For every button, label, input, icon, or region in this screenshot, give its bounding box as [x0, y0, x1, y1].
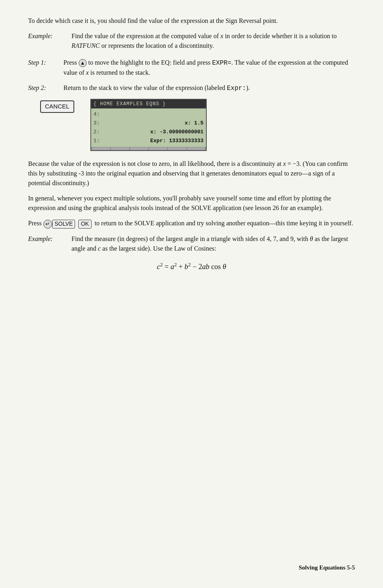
calc-row-1: 1: Expr: 13333333333: [94, 137, 204, 145]
example2-content: Find the measure (in degrees) of the lar…: [71, 234, 355, 253]
row2-num: 2:: [94, 128, 101, 137]
cancel-region: CANCEL { HOME EXAMPLES EQNS } 4: 3: x: 1…: [40, 99, 355, 151]
calc-menu-bar: { HOME EXAMPLES EQNS }: [91, 100, 206, 108]
page-content: To decide which case it is, you should f…: [28, 16, 355, 272]
calc-row-4: 4:: [94, 110, 204, 119]
example2-label: Example:: [28, 234, 64, 253]
calc-row-2: 2: x: -3.00000000001: [94, 128, 204, 137]
row3-val: x: 1.5: [101, 119, 204, 128]
press-solve-paragraph: Press ↵SOLVE OK to return to the SOLVE a…: [28, 218, 355, 228]
expr-key: EXPR=: [212, 59, 231, 67]
softkey-4[interactable]: [149, 147, 167, 150]
cancel-button-area[interactable]: CANCEL: [40, 99, 74, 113]
calc-row-3: 3: x: 1.5: [94, 119, 204, 128]
example-label: Example:: [28, 31, 64, 51]
calc-body: 4: 3: x: 1.5 2: x: -3.00000000001 1: Exp…: [91, 108, 206, 147]
calc-menu-text: { HOME EXAMPLES EQNS }: [94, 100, 166, 108]
row4-num: 4:: [94, 110, 101, 119]
calc-softkeys: [91, 147, 206, 150]
example-content-1: Find the value of the expression at the …: [71, 31, 355, 51]
example-block-2: Example: Find the measure (in degrees) o…: [28, 234, 355, 253]
up-arrow-key[interactable]: ▲: [79, 59, 87, 67]
intro-paragraph: To decide which case it is, you should f…: [28, 16, 355, 26]
formula-block: c2 = a2 + b2 − 2ab cos θ: [28, 261, 355, 272]
softkey-2[interactable]: [111, 147, 129, 150]
step2-content: Return to the stack to view the value of…: [63, 83, 355, 93]
row4-val: [101, 110, 204, 119]
discontinuity-paragraph: Because the value of the expression is n…: [28, 159, 355, 188]
softkey-1[interactable]: [92, 147, 110, 150]
step1-block: Step 1: Press ▲ to move the highlight to…: [28, 58, 355, 78]
return-key[interactable]: ↵: [43, 220, 52, 229]
solve-button[interactable]: SOLVE: [52, 220, 75, 229]
step2-block: Step 2: Return to the stack to view the …: [28, 83, 355, 93]
step2-label: Step 2:: [28, 83, 56, 93]
step1-content: Press ▲ to move the highlight to the EQ:…: [63, 58, 355, 78]
step1-label: Step 1:: [28, 58, 56, 78]
footer: Solving Equations 5-5: [299, 563, 355, 572]
row3-num: 3:: [94, 119, 101, 128]
softkey-3[interactable]: [130, 147, 148, 150]
softkey-5[interactable]: [168, 147, 186, 150]
ok-button[interactable]: OK: [78, 220, 91, 229]
calculator-screen: { HOME EXAMPLES EQNS } 4: 3: x: 1.5 2: x…: [90, 99, 207, 151]
cancel-button[interactable]: CANCEL: [40, 100, 74, 113]
row1-val: Expr: 13333333333: [101, 137, 204, 145]
softkey-6[interactable]: [187, 147, 205, 150]
row2-val: x: -3.00000000001: [101, 128, 204, 137]
example-block-1: Example: Find the value of the expressio…: [28, 31, 355, 51]
row1-num: 1:: [94, 137, 101, 145]
general-paragraph: In general, whenever you expect multiple…: [28, 194, 355, 213]
